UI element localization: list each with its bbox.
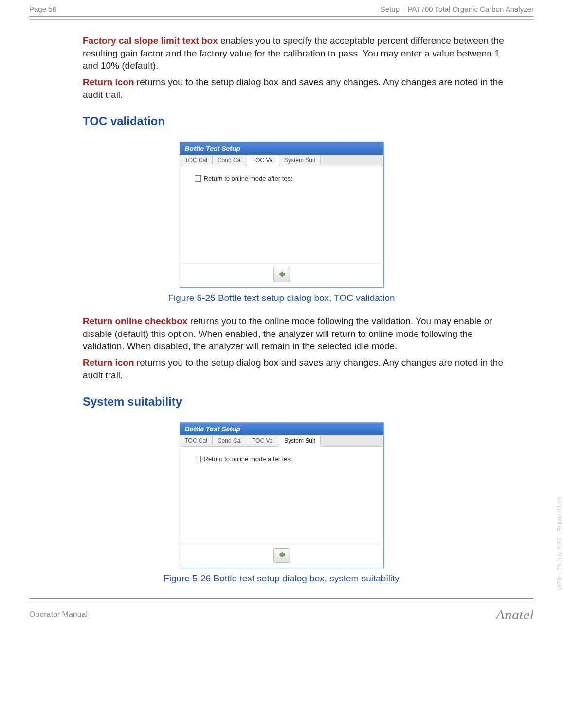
tab-toc-cal[interactable]: TOC Cal <box>180 155 213 166</box>
divider <box>29 19 534 20</box>
dialog-tabs: TOC Cal Cond Cal TOC Val System Suit <box>180 155 383 166</box>
paragraph: Return icon returns you to the setup dia… <box>83 76 505 101</box>
footer-brand: Anatel <box>496 606 534 623</box>
tab-cond-cal[interactable]: Cond Cal <box>213 435 247 446</box>
checkbox-label: Return to online mode after test <box>204 455 292 463</box>
page-header: Page 58 Setup – PAT700 Total Organic Car… <box>29 5 534 16</box>
dialog-footer <box>180 263 383 287</box>
term-label: Return icon <box>83 77 134 87</box>
page-number: Page 58 <box>29 5 56 13</box>
body-paragraphs-1: Factory cal slope limit text box enables… <box>83 35 505 101</box>
return-button[interactable] <box>273 268 290 282</box>
footer-left: Operator Manual <box>29 610 88 619</box>
tab-toc-val[interactable]: TOC Val <box>247 155 279 166</box>
figure-caption-1: Figure 5-25 Bottle text setup dialog box… <box>29 293 534 303</box>
paragraph: Return online checkbox returns you to th… <box>83 315 505 353</box>
checkbox-icon[interactable] <box>195 175 201 182</box>
body-paragraphs-2: Return online checkbox returns you to th… <box>83 315 505 381</box>
dialog-tabs: TOC Cal Cond Cal TOC Val System Suit <box>180 435 383 447</box>
tab-toc-val[interactable]: TOC Val <box>247 435 279 446</box>
dialog-footer <box>180 544 383 568</box>
tab-system-suit[interactable]: System Suit <box>279 155 321 166</box>
section-heading-system-suitability: System suitability <box>83 395 534 409</box>
paragraph: Return icon returns you to the setup dia… <box>83 356 505 381</box>
tab-cond-cal[interactable]: Cond Cal <box>213 155 247 166</box>
checkbox-label: Return to online mode after test <box>204 175 292 182</box>
divider <box>29 598 534 599</box>
document-page: Page 58 Setup – PAT700 Total Organic Car… <box>0 0 563 728</box>
checkbox-icon[interactable] <box>195 456 201 462</box>
paragraph-text: returns you to the setup dialog box and … <box>83 357 503 380</box>
term-label: Return icon <box>83 357 134 368</box>
figure-caption-2: Figure 5-26 Bottle text setup dialog box… <box>29 573 534 584</box>
figure-dialog-2: Bottle Test Setup TOC Cal Cond Cal TOC V… <box>29 422 534 568</box>
dialog-body: Return to online mode after test <box>180 166 383 263</box>
return-online-checkbox-row[interactable]: Return to online mode after test <box>195 175 375 182</box>
term-label: Factory cal slope limit text box <box>83 36 218 46</box>
term-label: Return online checkbox <box>83 316 187 326</box>
bottle-test-setup-dialog: Bottle Test Setup TOC Cal Cond Cal TOC V… <box>180 422 384 568</box>
figure-dialog-1: Bottle Test Setup TOC Cal Cond Cal TOC V… <box>29 142 534 288</box>
return-arrow-icon <box>277 270 287 280</box>
return-arrow-icon <box>277 550 287 561</box>
doc-title: Setup – PAT700 Total Organic Carbon Anal… <box>381 5 534 13</box>
return-button[interactable] <box>273 548 290 563</box>
dialog-title: Bottle Test Setup <box>180 142 383 155</box>
dialog-body: Return to online mode after test <box>180 447 383 544</box>
paragraph-text: returns you to the setup dialog box and … <box>83 77 503 100</box>
bottle-test-setup-dialog: Bottle Test Setup TOC Cal Cond Cal TOC V… <box>180 142 384 288</box>
section-heading-toc-validation: TOC validation <box>83 114 534 128</box>
divider <box>29 16 534 17</box>
page-footer: Operator Manual Anatel <box>29 604 534 623</box>
tab-system-suit[interactable]: System Suit <box>279 435 321 447</box>
return-online-checkbox-row[interactable]: Return to online mode after test <box>195 455 375 463</box>
side-revision-note: WGM - 26 July 2007 - Edition 01-d4 <box>556 497 562 590</box>
paragraph: Factory cal slope limit text box enables… <box>83 35 505 72</box>
tab-toc-cal[interactable]: TOC Cal <box>180 435 213 446</box>
divider <box>29 601 534 601</box>
dialog-title: Bottle Test Setup <box>180 423 383 435</box>
